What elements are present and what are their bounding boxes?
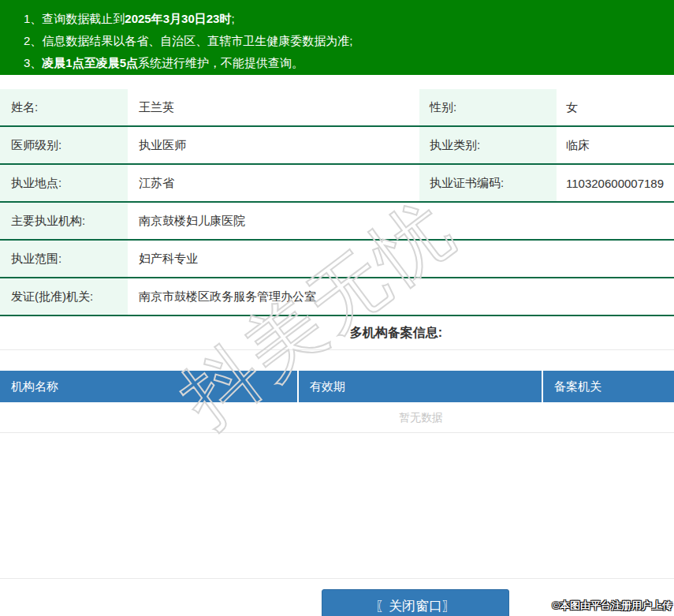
notice-bold-text: 2025年3月30日23时	[125, 12, 231, 25]
info-row-name-gender: 姓名: 王兰英 性别: 女	[0, 89, 674, 127]
no-data-text: 暂无数据	[299, 402, 543, 432]
physician-info-table: 姓名: 王兰英 性别: 女 医师级别: 执业医师 执业类别: 临床 执业地点: …	[0, 89, 674, 316]
issuing-authority-value: 南京市鼓楼区政务服务管理办公室	[128, 278, 674, 315]
upload-copyright-watermark: ©本图由平台注册用户上传	[552, 599, 672, 613]
filing-table-header: 机构名称 有效期 备案机关	[0, 371, 674, 402]
notice-number: 2、	[24, 34, 42, 47]
notice-text: ;	[231, 12, 234, 25]
main-organization-value: 南京鼓楼妇儿康医院	[128, 203, 674, 239]
notice-banner: 1、查询数据截止到2025年3月30日23时; 2、信息数据结果以各省、自治区、…	[0, 0, 674, 75]
name-value: 王兰英	[128, 89, 419, 125]
notice-text: 信息数据结果以各省、自治区、直辖市卫生健康委数据为准;	[42, 34, 352, 47]
notice-line-3: 3、凌晨1点至凌晨5点系统进行维护，不能提供查询。	[24, 52, 674, 74]
gender-label: 性别:	[419, 89, 557, 125]
certificate-number-value: 110320600007189	[557, 165, 674, 201]
name-label: 姓名:	[0, 89, 128, 125]
column-header-filing-authority: 备案机关	[543, 371, 674, 402]
issuing-authority-label: 发证(批准)机关:	[0, 278, 128, 315]
info-row-location-cert: 执业地点: 江苏省 执业证书编码: 110320600007189	[0, 165, 674, 203]
gender-value: 女	[557, 89, 674, 125]
info-row-main-org: 主要执业机构: 南京鼓楼妇儿康医院	[0, 203, 674, 241]
info-row-issuer: 发证(批准)机关: 南京市鼓楼区政务服务管理办公室	[0, 278, 674, 316]
practice-location-label: 执业地点:	[0, 165, 128, 201]
practice-scope-label: 执业范围:	[0, 241, 128, 277]
notice-text: 查询数据截止到	[42, 12, 125, 25]
notice-line-2: 2、信息数据结果以各省、自治区、直辖市卫生健康委数据为准;	[24, 30, 674, 52]
info-row-scope: 执业范围: 妇产科专业	[0, 241, 674, 278]
column-header-validity-period: 有效期	[299, 371, 543, 402]
practice-category-label: 执业类别:	[419, 127, 557, 163]
certificate-number-label: 执业证书编码:	[419, 165, 557, 201]
notice-number: 3、	[24, 56, 42, 69]
main-organization-label: 主要执业机构:	[0, 203, 128, 239]
info-row-level-category: 医师级别: 执业医师 执业类别: 临床	[0, 127, 674, 165]
close-window-button[interactable]: 〖关闭窗口〗	[322, 589, 509, 616]
practice-location-value: 江苏省	[128, 165, 419, 201]
column-header-institution-name: 机构名称	[0, 371, 299, 402]
doctor-level-label: 医师级别:	[0, 127, 128, 163]
filing-table-empty-row: 暂无数据	[0, 402, 674, 433]
notice-text: 系统进行维护，不能提供查询。	[138, 56, 303, 69]
notice-bold-text: 凌晨1点至凌晨5点	[42, 56, 138, 69]
notice-number: 1、	[24, 12, 42, 25]
footer-divider	[0, 578, 674, 579]
practice-scope-value: 妇产科专业	[128, 241, 674, 277]
notice-line-1: 1、查询数据截止到2025年3月30日23时;	[24, 8, 674, 30]
practice-category-value: 临床	[557, 127, 674, 163]
doctor-level-value: 执业医师	[128, 127, 419, 163]
filing-section-heading: 多机构备案信息:	[0, 316, 674, 350]
